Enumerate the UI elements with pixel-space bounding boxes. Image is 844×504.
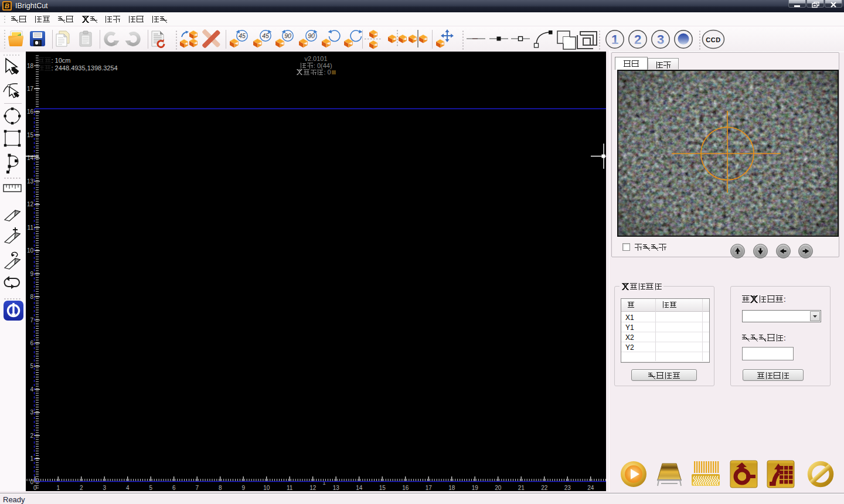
svg-text:24: 24 xyxy=(587,485,594,491)
svg-text:10: 10 xyxy=(27,247,34,254)
svg-text:13: 13 xyxy=(333,485,340,491)
svg-text:14: 14 xyxy=(356,485,363,491)
svg-text:5: 5 xyxy=(149,485,152,491)
svg-text:16: 16 xyxy=(402,485,409,491)
svg-text:6: 6 xyxy=(30,340,33,346)
svg-text:12: 12 xyxy=(309,485,316,491)
svg-text:3: 3 xyxy=(103,485,106,491)
svg-text:1: 1 xyxy=(56,485,60,491)
svg-text:17: 17 xyxy=(426,485,433,491)
svg-text:23: 23 xyxy=(564,485,571,491)
svg-text:18: 18 xyxy=(448,485,455,491)
svg-text:10: 10 xyxy=(263,485,270,491)
svg-text:0: 0 xyxy=(33,485,37,491)
svg-text:8: 8 xyxy=(219,485,222,491)
svg-text:2: 2 xyxy=(80,485,83,491)
svg-text:13: 13 xyxy=(27,178,34,185)
svg-text:22: 22 xyxy=(541,485,548,491)
svg-text:7: 7 xyxy=(195,485,199,491)
svg-text:0: 0 xyxy=(30,479,33,485)
svg-text:15: 15 xyxy=(379,485,386,491)
svg-text:9: 9 xyxy=(30,271,33,277)
svg-text:1: 1 xyxy=(611,32,618,47)
svg-text:12: 12 xyxy=(27,201,34,207)
svg-text:3: 3 xyxy=(30,409,33,416)
svg-text:8: 8 xyxy=(30,294,33,300)
svg-text:1: 1 xyxy=(30,455,33,462)
svg-text:7: 7 xyxy=(30,317,33,323)
svg-text:21: 21 xyxy=(518,485,525,491)
svg-text:9: 9 xyxy=(241,485,245,491)
svg-text:17: 17 xyxy=(27,86,34,92)
svg-text:11: 11 xyxy=(287,485,293,491)
svg-text:1: 1 xyxy=(322,480,325,486)
svg-text:6: 6 xyxy=(172,485,176,491)
svg-text:18: 18 xyxy=(27,63,34,69)
svg-text:15: 15 xyxy=(27,132,34,138)
svg-text:CCD: CCD xyxy=(706,36,720,43)
svg-text:3: 3 xyxy=(657,32,664,47)
svg-text:5: 5 xyxy=(30,363,33,369)
svg-text:2: 2 xyxy=(30,433,33,439)
svg-text:16: 16 xyxy=(27,108,34,115)
svg-text:11: 11 xyxy=(28,224,34,231)
svg-text:20: 20 xyxy=(495,485,502,491)
svg-text:19: 19 xyxy=(472,485,479,491)
svg-text:2: 2 xyxy=(634,32,641,47)
svg-text:4: 4 xyxy=(30,386,33,393)
svg-text:4: 4 xyxy=(126,485,130,491)
